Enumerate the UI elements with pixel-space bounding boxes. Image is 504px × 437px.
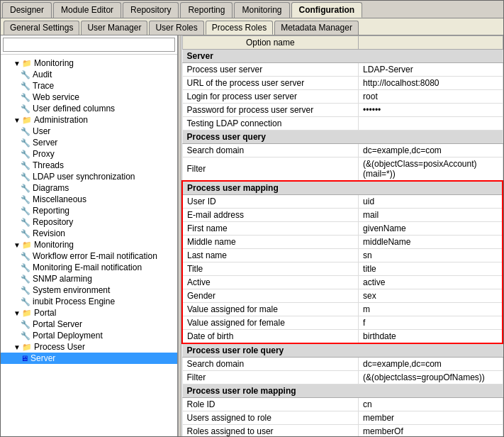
tree-label: Portal Server: [33, 319, 82, 329]
tree-item-ldap[interactable]: 🔧 LDAP user synchronization: [1, 171, 177, 182]
option-name-cell: Middle name: [182, 236, 359, 249]
tree-label: LDAP user synchronization: [33, 172, 135, 182]
tree-group-portal[interactable]: ▼ 📁 Portal: [1, 307, 177, 319]
table-row: Last namesn: [182, 249, 503, 262]
tree-label: Reporting: [33, 206, 69, 216]
option-name-cell: User ID: [182, 195, 359, 209]
tree-item-repository[interactable]: 🔧 Repository: [1, 216, 177, 228]
tree-item-miscellaneous[interactable]: 🔧 Miscellaneous: [1, 194, 177, 205]
expander-icon: ▼: [12, 309, 22, 317]
option-name-cell: Testing LDAP connection: [182, 117, 359, 131]
section-header-cell: Process user query: [182, 131, 503, 144]
tree-item-trace[interactable]: 🔧 Trace: [1, 80, 177, 92]
gear-icon: 🔧: [21, 331, 30, 341]
tree-item-proxy[interactable]: 🔧 Proxy: [1, 148, 177, 160]
option-name-cell: URL of the process user server: [182, 77, 359, 90]
option-name-cell: Value assigned for male: [182, 303, 359, 316]
tree-item-portal-deployment[interactable]: 🔧 Portal Deployment: [1, 330, 177, 341]
tree-group-monitoring-2[interactable]: ▼ 📁 Monitoring: [1, 239, 177, 250]
option-name-cell: Filter: [182, 371, 359, 385]
tree-label: Portal: [34, 308, 56, 318]
tree-item-threads[interactable]: 🔧 Threads: [1, 160, 177, 171]
table-row: URL of the process user serverhttp://loc…: [182, 77, 503, 90]
table-row: Activeactive: [182, 276, 503, 289]
server-icon: 🖥: [21, 354, 28, 363]
table-row: Roles assigned to usermemberOf: [182, 425, 503, 438]
tree-label: Trace: [33, 81, 54, 91]
tree-item-portal-server[interactable]: 🔧 Portal Server: [1, 319, 177, 330]
option-value-cell: sex: [359, 289, 503, 303]
tree-item-user-defined-columns[interactable]: 🔧 User defined columns: [1, 103, 177, 114]
section-header-cell: Server: [182, 50, 503, 63]
table-row: Login for process user serverroot: [182, 90, 503, 104]
tab-user-manager[interactable]: User Manager: [81, 21, 147, 35]
tab-designer[interactable]: Designer: [2, 2, 52, 18]
tab-general-settings[interactable]: General Settings: [4, 21, 79, 35]
gear-icon: 🔧: [21, 206, 30, 216]
tree-item-monitoring-email[interactable]: 🔧 Monitoring E-mail notification: [1, 262, 177, 273]
tree-label: Web service: [33, 92, 79, 102]
tab-user-roles[interactable]: User Roles: [149, 21, 203, 35]
tree-item-snmp[interactable]: 🔧 SNMP alarming: [1, 273, 177, 284]
tree-group-monitoring-1[interactable]: ▼ 📁 Monitoring: [1, 57, 177, 69]
option-value-cell: sn: [359, 249, 503, 262]
tree-item-workflow-error[interactable]: 🔧 Workflow error E-mail notification: [1, 250, 177, 262]
tab-module-editor[interactable]: Module Editor: [53, 2, 121, 18]
gear-icon: 🔧: [21, 93, 30, 102]
tree-item-user[interactable]: 🔧 User: [1, 126, 177, 137]
gear-icon: 🔧: [21, 297, 30, 306]
tree-item-diagrams[interactable]: 🔧 Diagrams: [1, 182, 177, 194]
tree-item-system-env[interactable]: 🔧 System environment: [1, 284, 177, 296]
table-row: Process user serverLDAP-Server: [182, 63, 503, 77]
tree-label: Monitoring: [34, 58, 74, 68]
option-name-cell: Login for process user server: [182, 90, 359, 104]
section-header-cell: Process user role mapping: [182, 385, 503, 398]
table-row: Filter(&(objectClass=posixAccount)(mail=…: [182, 157, 503, 182]
gear-icon: 🔧: [21, 320, 30, 329]
option-value-cell: middleName: [359, 236, 503, 249]
folder-icon: 📁: [22, 116, 32, 125]
tree-group-administration[interactable]: ▼ 📁 Administration: [1, 114, 177, 126]
tree-item-audit[interactable]: 🔧 Audit: [1, 69, 177, 80]
option-name-cell: Process user server: [182, 63, 359, 77]
option-value-cell: (&(objectclass=groupOfNames)): [359, 371, 503, 385]
tree-item-server-admin[interactable]: 🔧 Server: [1, 137, 177, 148]
tree-label: Proxy: [33, 149, 55, 159]
gear-icon: 🔧: [21, 195, 30, 204]
tree-area: ▼ 📁 Monitoring 🔧 Audit 🔧 Trace 🔧: [1, 55, 177, 437]
tree-label: Administration: [34, 115, 88, 125]
tree-item-server-selected[interactable]: 🖥 Server: [1, 353, 177, 364]
right-panel: Option name ServerProcess user serverLDA…: [181, 35, 503, 437]
table-row: Process user query: [182, 131, 503, 144]
main-content: ▼ 📁 Monitoring 🔧 Audit 🔧 Trace 🔧: [1, 35, 503, 437]
option-value-cell: mail: [359, 209, 503, 222]
tab-metadata-manager[interactable]: Metadata Manager: [274, 21, 359, 35]
tree-item-inubit[interactable]: 🔧 inubit Process Engine: [1, 296, 177, 307]
tree-label: Workflow error E-mail notification: [33, 251, 157, 261]
tree-group-process-user[interactable]: ▼ 📁 Process User: [1, 341, 177, 353]
gear-icon: 🔧: [21, 263, 30, 272]
tab-repository[interactable]: Repository: [123, 2, 179, 18]
tab-monitoring[interactable]: Monitoring: [234, 2, 289, 18]
tree-item-reporting[interactable]: 🔧 Reporting: [1, 205, 177, 216]
tree-item-revision[interactable]: 🔧 Revision: [1, 228, 177, 239]
gear-icon: 🔧: [21, 104, 30, 114]
option-name-cell: Value assigned for female: [182, 316, 359, 330]
option-name-cell: Users assigned to role: [182, 411, 359, 425]
tree-item-webservice[interactable]: 🔧 Web service: [1, 92, 177, 103]
gear-icon: 🔧: [21, 150, 30, 159]
gear-icon: 🔧: [21, 82, 30, 91]
section-header-cell: Process user role query: [182, 343, 503, 358]
search-input[interactable]: [3, 38, 175, 52]
table-row: Titletitle: [182, 262, 503, 276]
tab-configuration[interactable]: Configuration: [291, 2, 363, 18]
table-row: Password for process user server••••••: [182, 104, 503, 117]
tree-label: Server: [33, 138, 57, 148]
tree-label: Revision: [33, 228, 65, 238]
tab-reporting[interactable]: Reporting: [180, 2, 233, 18]
gear-icon: 🔧: [21, 286, 30, 295]
tab-process-roles[interactable]: Process Roles: [206, 21, 273, 35]
gear-icon: 🔧: [21, 70, 30, 79]
option-name-cell: Password for process user server: [182, 104, 359, 117]
option-value-cell: ••••••: [359, 104, 503, 117]
